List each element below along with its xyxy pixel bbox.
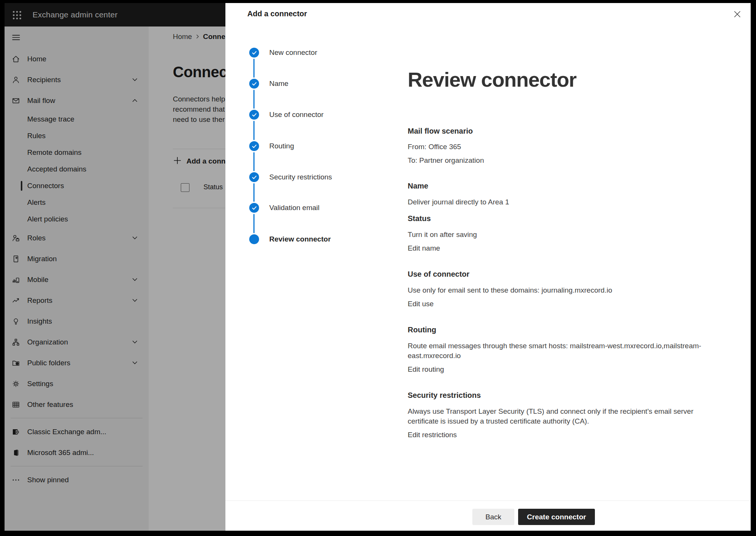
review-pane: Review connector Mail flow scenarioFrom:…: [381, 25, 751, 501]
review-section-security-restrictions: Security restrictions: [408, 390, 714, 400]
review-section-mail-flow-scenario: Mail flow scenario: [408, 126, 714, 136]
step-completed-icon: [249, 79, 259, 89]
step-completed-icon: [249, 110, 259, 120]
create-connector-button[interactable]: Create connector: [518, 509, 595, 525]
review-value: Use only for email sent to these domains…: [408, 285, 714, 295]
step-label: Name: [269, 79, 289, 88]
panel-title: Add a connector: [247, 3, 307, 25]
step-validation-email[interactable]: Validation email: [249, 202, 320, 214]
step-label: Routing: [269, 142, 294, 150]
edit-routing-link[interactable]: Edit routing: [408, 364, 444, 375]
step-security-restrictions[interactable]: Security restrictions: [249, 171, 332, 183]
stepper-connector-line: [253, 214, 255, 233]
review-value: Always use Transport Layer Security (TLS…: [408, 407, 714, 426]
stepper-connector-line: [253, 90, 255, 109]
review-value: Turn it on after saving: [408, 230, 714, 240]
app-window: Exchange admin center HomeRecipientsMail…: [5, 3, 751, 531]
step-routing[interactable]: Routing: [249, 140, 294, 152]
edit-use-link[interactable]: Edit use: [408, 299, 434, 309]
edit-restrictions-link[interactable]: Edit restrictions: [408, 430, 457, 440]
review-section-name: Name: [408, 181, 714, 191]
step-label: Use of connector: [269, 111, 324, 119]
panel-footer: Back Create connector: [225, 500, 751, 531]
review-value: Route email messages through these smart…: [408, 341, 714, 361]
review-value: To: Partner organization: [408, 156, 714, 165]
back-button[interactable]: Back: [472, 509, 514, 525]
review-section-status: Status: [408, 213, 714, 224]
step-name[interactable]: Name: [249, 78, 289, 90]
panel-header: Add a connector: [225, 3, 751, 25]
stepper-connector-line: [253, 183, 255, 202]
step-completed-icon: [249, 172, 259, 182]
step-review-connector[interactable]: Review connector: [249, 233, 331, 245]
step-current-dot: [249, 234, 259, 244]
wizard-stepper: New connectorNameUse of connectorRouting…: [225, 25, 381, 501]
review-value: From: Office 365: [408, 142, 714, 152]
close-icon[interactable]: [732, 9, 742, 19]
step-new-connector[interactable]: New connector: [249, 47, 317, 59]
review-heading: Review connector: [408, 67, 714, 92]
step-completed-icon: [249, 203, 259, 213]
review-value: Deliver journal directly to Area 1: [408, 197, 714, 207]
step-label: Validation email: [269, 204, 320, 212]
step-label: Review connector: [269, 235, 331, 243]
step-completed-icon: [249, 141, 259, 151]
review-section-use-of-connector: Use of connector: [408, 269, 714, 279]
step-label: New connector: [269, 48, 317, 57]
step-completed-icon: [249, 48, 259, 58]
review-section-routing: Routing: [408, 324, 714, 335]
stepper-connector-line: [253, 121, 255, 140]
stepper-connector-line: [253, 152, 255, 171]
edit-name-link[interactable]: Edit name: [408, 243, 440, 254]
add-connector-panel: Add a connector New connectorNameUse of …: [225, 3, 751, 531]
step-use-of-connector[interactable]: Use of connector: [249, 109, 324, 121]
stepper-connector-line: [253, 59, 255, 78]
step-label: Security restrictions: [269, 173, 332, 181]
